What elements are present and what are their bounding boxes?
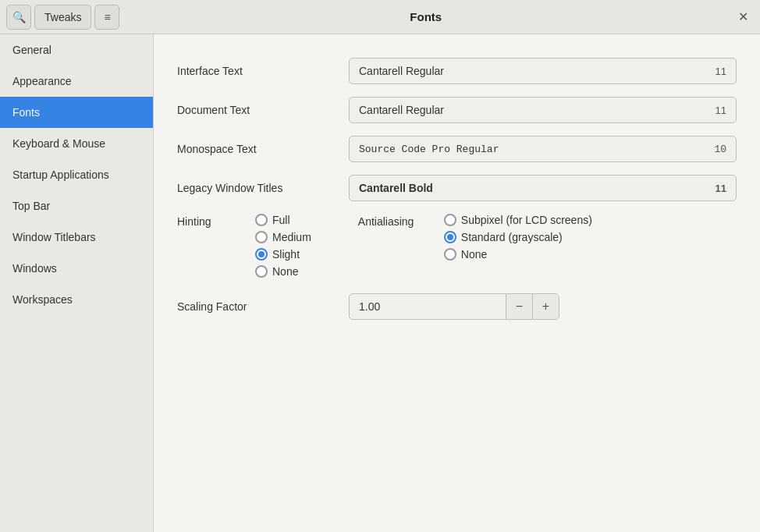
legacy-window-titles-button[interactable]: Cantarell Bold 11 bbox=[349, 175, 737, 201]
antialiasing-standard-radio[interactable] bbox=[444, 231, 456, 243]
sidebar-item-label: Fonts bbox=[12, 106, 40, 119]
legacy-window-titles-label: Legacy Window Titles bbox=[177, 182, 349, 194]
scaling-control: 1.00 − + bbox=[349, 293, 559, 320]
sidebar-item-label: General bbox=[12, 44, 51, 56]
interface-text-size: 11 bbox=[716, 66, 726, 77]
hinting-full-option[interactable]: Full bbox=[255, 214, 311, 226]
sidebar-item-top-bar[interactable]: Top Bar bbox=[0, 190, 153, 222]
document-text-label: Document Text bbox=[177, 104, 349, 116]
monospace-text-label: Monospace Text bbox=[177, 143, 349, 155]
hinting-medium-label: Medium bbox=[272, 231, 311, 243]
hinting-none-option[interactable]: None bbox=[255, 265, 311, 278]
antialiasing-label: Antialiasing bbox=[358, 214, 444, 228]
document-text-size: 11 bbox=[716, 105, 726, 116]
scaling-minus-button[interactable]: − bbox=[506, 293, 532, 320]
antialiasing-none-label: None bbox=[461, 248, 487, 261]
content-area: Interface Text Cantarell Regular 11 Docu… bbox=[154, 34, 760, 532]
antialiasing-options: Subpixel (for LCD screens) Standard (gra… bbox=[444, 214, 592, 261]
tweaks-button[interactable]: Tweaks bbox=[34, 5, 91, 30]
legacy-window-titles-font: Cantarell Bold bbox=[359, 182, 433, 194]
hinting-medium-option[interactable]: Medium bbox=[255, 231, 311, 243]
main-layout: General Appearance Fonts Keyboard & Mous… bbox=[0, 34, 760, 532]
antialiasing-subpixel-radio[interactable] bbox=[444, 214, 456, 226]
hinting-full-radio[interactable] bbox=[255, 214, 268, 226]
monospace-text-row: Monospace Text Source Code Pro Regular 1… bbox=[177, 136, 737, 162]
monospace-text-button[interactable]: Source Code Pro Regular 10 bbox=[349, 136, 737, 162]
window-title: Fonts bbox=[119, 10, 732, 23]
hinting-medium-radio[interactable] bbox=[255, 231, 268, 243]
antialiasing-standard-option[interactable]: Standard (grayscale) bbox=[444, 231, 592, 243]
document-text-row: Document Text Cantarell Regular 11 bbox=[177, 97, 737, 123]
hinting-slight-radio[interactable] bbox=[255, 248, 268, 261]
sidebar-item-startup-applications[interactable]: Startup Applications bbox=[0, 159, 153, 190]
sidebar-item-label: Startup Applications bbox=[12, 168, 109, 181]
antialiasing-standard-label: Standard (grayscale) bbox=[461, 231, 563, 243]
hinting-none-label: None bbox=[272, 265, 298, 278]
hinting-label: Hinting bbox=[177, 214, 255, 228]
sidebar-item-label: Windows bbox=[12, 262, 57, 275]
hinting-none-radio[interactable] bbox=[255, 265, 268, 278]
monospace-text-size: 10 bbox=[714, 144, 726, 155]
sidebar-item-workspaces[interactable]: Workspaces bbox=[0, 284, 153, 315]
search-icon: 🔍 bbox=[12, 11, 26, 23]
menu-button[interactable]: ≡ bbox=[94, 5, 119, 30]
antialiasing-none-option[interactable]: None bbox=[444, 248, 592, 261]
scaling-plus-button[interactable]: + bbox=[532, 293, 559, 320]
interface-text-label: Interface Text bbox=[177, 65, 349, 77]
antialiasing-group: Antialiasing Subpixel (for LCD screens) … bbox=[358, 214, 737, 278]
close-button[interactable]: ✕ bbox=[732, 6, 754, 28]
hinting-group: Hinting Full Medium Slight bbox=[177, 214, 311, 278]
interface-text-row: Interface Text Cantarell Regular 11 bbox=[177, 58, 737, 84]
hinting-slight-option[interactable]: Slight bbox=[255, 248, 311, 261]
scaling-factor-row: Scaling Factor 1.00 − + bbox=[177, 293, 737, 320]
sidebar-item-window-titlebars[interactable]: Window Titlebars bbox=[0, 222, 153, 253]
document-text-font: Cantarell Regular bbox=[359, 104, 444, 116]
monospace-text-font: Source Code Pro Regular bbox=[359, 144, 499, 155]
sidebar-item-label: Window Titlebars bbox=[12, 231, 96, 243]
sidebar-item-appearance[interactable]: Appearance bbox=[0, 66, 153, 97]
sidebar-item-fonts[interactable]: Fonts bbox=[0, 97, 153, 128]
search-button[interactable]: 🔍 bbox=[6, 5, 31, 30]
interface-text-button[interactable]: Cantarell Regular 11 bbox=[349, 58, 737, 84]
antialiasing-subpixel-label: Subpixel (for LCD screens) bbox=[461, 214, 592, 226]
legacy-window-titles-size: 11 bbox=[716, 183, 726, 194]
titlebar-left: 🔍 Tweaks ≡ bbox=[6, 5, 119, 30]
sidebar-item-keyboard-mouse[interactable]: Keyboard & Mouse bbox=[0, 128, 153, 159]
legacy-window-titles-row: Legacy Window Titles Cantarell Bold 11 bbox=[177, 175, 737, 201]
titlebar: 🔍 Tweaks ≡ Fonts ✕ bbox=[0, 0, 760, 34]
scaling-factor-label: Scaling Factor bbox=[177, 300, 349, 313]
antialiasing-none-radio[interactable] bbox=[444, 248, 456, 261]
hinting-slight-label: Slight bbox=[272, 248, 300, 261]
document-text-button[interactable]: Cantarell Regular 11 bbox=[349, 97, 737, 123]
sidebar: General Appearance Fonts Keyboard & Mous… bbox=[0, 34, 154, 532]
sidebar-item-windows[interactable]: Windows bbox=[0, 253, 153, 284]
sidebar-item-label: Top Bar bbox=[12, 200, 50, 212]
sidebar-item-general[interactable]: General bbox=[0, 34, 153, 66]
sidebar-item-label: Appearance bbox=[12, 75, 72, 87]
scaling-value: 1.00 bbox=[350, 300, 506, 313]
hinting-options: Full Medium Slight None bbox=[255, 214, 311, 278]
menu-icon: ≡ bbox=[104, 11, 110, 23]
sidebar-item-label: Keyboard & Mouse bbox=[12, 137, 105, 150]
antialiasing-subpixel-option[interactable]: Subpixel (for LCD screens) bbox=[444, 214, 592, 226]
sidebar-item-label: Workspaces bbox=[12, 293, 73, 306]
interface-text-font: Cantarell Regular bbox=[359, 65, 444, 77]
hinting-full-label: Full bbox=[272, 214, 290, 226]
hinting-antialiasing-section: Hinting Full Medium Slight bbox=[177, 214, 737, 278]
tweaks-label: Tweaks bbox=[44, 11, 81, 23]
